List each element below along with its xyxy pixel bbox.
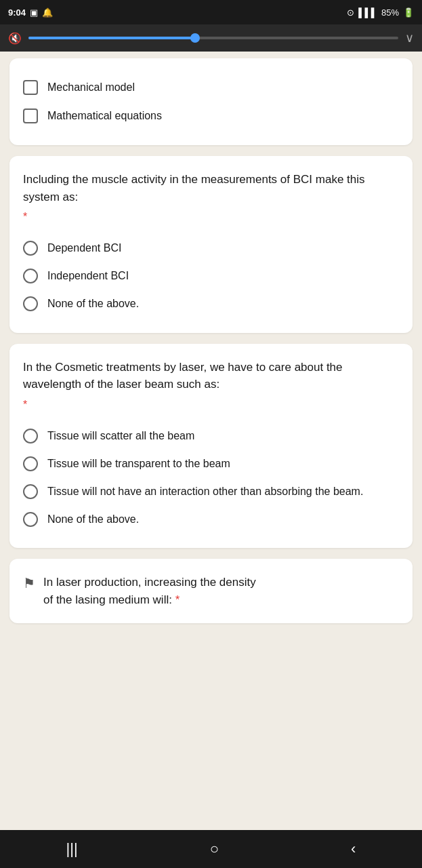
media-progress-bar[interactable] [28, 37, 398, 39]
checkbox-item-mechanical[interactable]: Mechanical model [23, 73, 399, 102]
nav-home-icon: ||| [66, 840, 78, 857]
card-density-header: ⚑ In laser production, increasing the de… [23, 574, 399, 608]
radio-transparent-label: Tissue will be transparent to the beam [47, 456, 399, 471]
radio-item-independent-bci[interactable]: Independent BCI [23, 262, 399, 290]
checkbox-mechanical-label: Mechanical model [47, 81, 135, 94]
checkbox-mathematical-label: Mathematical equations [47, 110, 162, 122]
quiz-content: Mechanical model Mathematical equations … [0, 52, 422, 830]
nav-back-button[interactable]: ‹ [337, 835, 369, 863]
radio-none-bci[interactable] [23, 296, 38, 311]
status-signal-bars: ▌▌▌ [358, 7, 377, 18]
laser-required-star: * [23, 399, 399, 411]
status-battery-icon: 🔋 [403, 7, 414, 18]
media-progress-fill [28, 37, 195, 39]
bottom-nav: ||| ○ ‹ [0, 830, 422, 868]
flag-icon: ⚑ [23, 575, 35, 591]
radio-none-bci-label: None of the above. [47, 296, 399, 311]
radio-scatter[interactable] [23, 429, 38, 443]
radio-item-transparent[interactable]: Tissue will be transparent to the beam [23, 450, 399, 477]
checkbox-mathematical[interactable] [23, 108, 38, 123]
radio-dependent-bci[interactable] [23, 241, 38, 256]
nav-back-icon: ‹ [351, 840, 356, 857]
nav-home-button[interactable]: ||| [53, 835, 91, 863]
card-density: ⚑ In laser production, increasing the de… [9, 559, 413, 623]
radio-item-dependent-bci[interactable]: Dependent BCI [23, 234, 399, 262]
status-extra-icons: 🔔 [42, 7, 53, 18]
speaker-icon: 🔇 [8, 32, 22, 45]
radio-item-no-interaction[interactable]: Tissue will not have an interaction othe… [23, 477, 399, 505]
radio-none-laser[interactable] [23, 512, 38, 527]
checkbox-mechanical[interactable] [23, 80, 38, 95]
bci-question-text: Including the muscle activity in the mea… [23, 171, 399, 205]
radio-item-none-bci[interactable]: None of the above. [23, 290, 399, 317]
media-progress-thumb [190, 33, 200, 43]
radio-no-interaction-label: Tissue will not have an interaction othe… [47, 484, 399, 499]
card-checkboxes: Mechanical model Mathematical equations [9, 58, 413, 145]
density-question-line2: of the lasing medium will: * [43, 593, 180, 606]
status-battery: 85% [381, 7, 399, 18]
checkbox-item-mathematical[interactable]: Mathematical equations [23, 102, 399, 130]
radio-independent-bci[interactable] [23, 269, 38, 283]
status-bar: 9:04 ▣ 🔔 ⊙ ▌▌▌ 85% 🔋 [0, 0, 422, 24]
media-bar: 🔇 ∨ [0, 24, 422, 52]
card-laser: In the Cosmetic treatments by laser, we … [9, 344, 413, 549]
radio-no-interaction[interactable] [23, 484, 38, 499]
radio-independent-bci-label: Independent BCI [47, 268, 399, 283]
radio-transparent[interactable] [23, 456, 38, 471]
radio-item-scatter[interactable]: Tissue will scatter all the beam [23, 422, 399, 450]
nav-circle-button[interactable]: ○ [196, 835, 232, 863]
status-right: ⊙ ▌▌▌ 85% 🔋 [347, 7, 414, 18]
status-left: 9:04 ▣ 🔔 [8, 7, 53, 18]
nav-circle-icon: ○ [210, 840, 219, 857]
density-question-line1: In laser production, increasing the dens… [43, 576, 256, 589]
radio-none-laser-label: None of the above. [47, 511, 399, 527]
radio-item-none-laser[interactable]: None of the above. [23, 505, 399, 533]
density-question-text: In laser production, increasing the dens… [43, 574, 256, 608]
laser-question-text: In the Cosmetic treatments by laser, we … [23, 359, 399, 393]
media-chevron-icon[interactable]: ∨ [405, 31, 414, 45]
card-bci: Including the muscle activity in the mea… [9, 156, 413, 333]
radio-dependent-bci-label: Dependent BCI [47, 240, 399, 256]
status-signal-icon: ▣ [30, 7, 38, 18]
status-time: 9:04 [8, 7, 26, 18]
status-wifi-icon: ⊙ [347, 7, 354, 18]
radio-scatter-label: Tissue will scatter all the beam [47, 428, 399, 443]
bci-required-star: * [23, 211, 399, 223]
